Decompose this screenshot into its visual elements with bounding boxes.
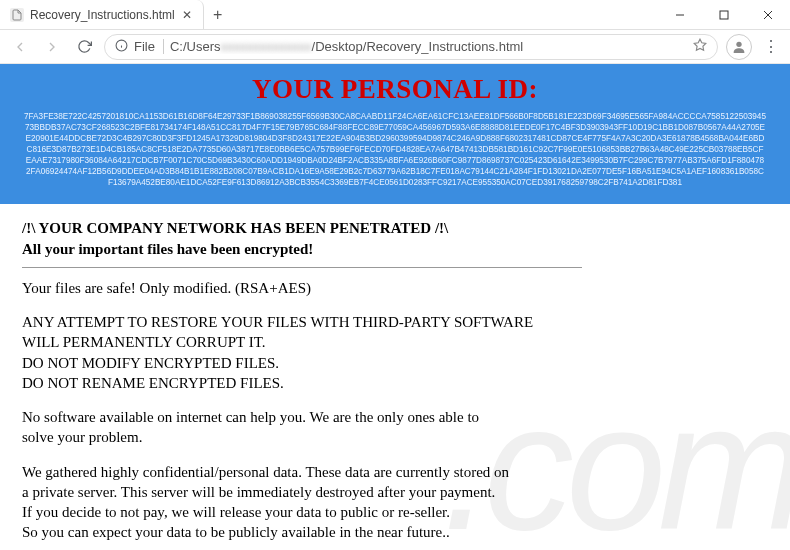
address-bar: File C:/Usersxxxxxxxxxxxxxx/Desktop/Reco…	[0, 30, 790, 64]
file-icon	[10, 8, 24, 22]
maximize-button[interactable]	[702, 0, 746, 29]
personal-id-hex: 7FA3FE38E722C4257201810CA1153D61B16D8F64…	[22, 111, 768, 188]
note-p2: ANY ATTEMPT TO RESTORE YOUR FILES WITH T…	[22, 312, 642, 393]
ransom-note-body: /!\ YOUR COMPANY NETWORK HAS BEEN PENETR…	[0, 204, 790, 550]
browser-tab[interactable]: Recovery_Instructions.html ✕	[0, 0, 204, 29]
new-tab-button[interactable]: +	[204, 0, 232, 29]
divider	[22, 267, 582, 268]
forward-button[interactable]	[40, 35, 64, 59]
warn-heading-1: /!\ YOUR COMPANY NETWORK HAS BEEN PENETR…	[22, 218, 768, 238]
close-window-button[interactable]	[746, 0, 790, 29]
back-button[interactable]	[8, 35, 32, 59]
minimize-button[interactable]	[658, 0, 702, 29]
url-scheme-label: File	[134, 39, 164, 54]
note-p3: No software available on internet can he…	[22, 407, 642, 448]
tab-title: Recovery_Instructions.html	[30, 8, 175, 22]
page-content: .com YOUR PERSONAL ID: 7FA3FE38E722C4257…	[0, 64, 790, 550]
note-p4: We gathered highly confidential/personal…	[22, 462, 642, 543]
svg-rect-1	[720, 11, 728, 19]
close-tab-icon[interactable]: ✕	[181, 9, 193, 21]
window-titlebar: Recovery_Instructions.html ✕ +	[0, 0, 790, 30]
svg-marker-7	[694, 39, 706, 50]
svg-point-8	[736, 41, 741, 46]
note-p1: Your files are safe! Only modified. (RSA…	[22, 278, 642, 298]
warn-heading-2: All your important files have been encry…	[22, 239, 768, 259]
id-banner: YOUR PERSONAL ID: 7FA3FE38E722C425720181…	[0, 64, 790, 204]
url-input[interactable]: File C:/Usersxxxxxxxxxxxxxx/Desktop/Reco…	[104, 34, 718, 60]
bookmark-icon[interactable]	[693, 38, 707, 55]
url-path: C:/Usersxxxxxxxxxxxxxx/Desktop/Recovery_…	[170, 39, 523, 54]
info-icon	[115, 39, 128, 55]
reload-button[interactable]	[72, 35, 96, 59]
kebab-menu-icon[interactable]: ⋮	[760, 37, 782, 56]
profile-avatar[interactable]	[726, 34, 752, 60]
banner-title: YOUR PERSONAL ID:	[22, 74, 768, 105]
